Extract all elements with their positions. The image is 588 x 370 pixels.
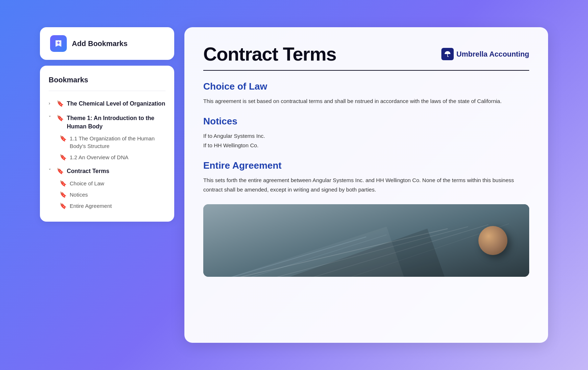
umbrella-icon (444, 50, 451, 58)
sub-item-1-2[interactable]: 🔖 1.2 An Overview of DNA (60, 152, 166, 163)
sub-item-1-1[interactable]: 🔖 1.1 The Organization of the Human Body… (60, 133, 166, 152)
bookmark-sym-chemical: 🔖 (57, 100, 64, 107)
sub-item-entire[interactable]: 🔖 Entire Agreement (60, 200, 166, 211)
section-notices-text: If to Angular Systems Inc. If to HH Well… (203, 131, 529, 150)
doc-header: Contract Terms Umbrella Accounting (203, 43, 529, 65)
doc-divider (203, 70, 529, 71)
section-notices-heading: Notices (203, 116, 529, 127)
company-name: Umbrella Accounting (457, 50, 529, 58)
section-choice-of-law-text: This agreement is set based on contractu… (203, 96, 529, 106)
bookmark-sym-col: 🔖 (60, 180, 67, 187)
bookmark-sym-theme1: 🔖 (57, 115, 64, 122)
bookmarks-title: Bookmarks (49, 76, 166, 84)
doc-image (203, 204, 529, 277)
tree-item-theme1-label: Theme 1: An Introduction to the Human Bo… (67, 114, 166, 131)
section-entire-agreement-heading: Entire Agreement (203, 160, 529, 171)
sub-item-1-1-label: 1.1 The Organization of the Human Body's… (70, 135, 166, 150)
section-entire-agreement: Entire Agreement This sets forth the ent… (203, 160, 529, 194)
tree-item-contract[interactable]: ˅ 🔖 Contract Terms (49, 165, 166, 177)
bookmark-sym-entire: 🔖 (60, 202, 67, 209)
bookmark-sym-notices: 🔖 (60, 191, 67, 198)
bookmarks-panel: Bookmarks › 🔖 The Chemical Level of Orga… (40, 66, 174, 222)
section-entire-agreement-text: This sets forth the entire agreement bet… (203, 176, 529, 194)
chevron-theme1: ˅ (49, 115, 54, 120)
sphere-image (478, 226, 507, 255)
section-notices: Notices If to Angular Systems Inc. If to… (203, 116, 529, 150)
sub-item-notices-label: Notices (70, 191, 88, 198)
bookmarks-divider (49, 91, 166, 91)
theme1-sub-items: 🔖 1.1 The Organization of the Human Body… (49, 133, 166, 163)
company-logo: Umbrella Accounting (441, 48, 529, 60)
contract-sub-items: 🔖 Choice of Law 🔖 Notices 🔖 Entire Agree… (49, 178, 166, 211)
chevron-contract: ˅ (49, 168, 54, 173)
doc-title: Contract Terms (203, 43, 336, 65)
tree-item-chemical-label: The Chemical Level of Organization (67, 100, 165, 108)
chevron-chemical: › (49, 100, 54, 106)
bookmark-icon (54, 39, 63, 48)
bookmark-icon-wrap (50, 35, 67, 52)
sub-item-notices[interactable]: 🔖 Notices (60, 189, 166, 200)
add-bookmarks-button[interactable]: Add Bookmarks (40, 27, 174, 60)
left-panel: Add Bookmarks Bookmarks › 🔖 The Chemical… (40, 27, 174, 222)
main-container: Add Bookmarks Bookmarks › 🔖 The Chemical… (40, 27, 548, 343)
sub-item-col-label: Choice of Law (70, 180, 104, 187)
bookmark-sym-1-1: 🔖 (60, 135, 67, 142)
tree-item-chemical[interactable]: › 🔖 The Chemical Level of Organization (49, 98, 166, 110)
right-panel: Contract Terms Umbrella Accounting Choic… (184, 27, 548, 343)
tree-item-theme1[interactable]: ˅ 🔖 Theme 1: An Introduction to the Huma… (49, 112, 166, 133)
tree-item-contract-label: Contract Terms (67, 167, 109, 175)
bookmark-sym-contract: 🔖 (57, 168, 64, 174)
bookmark-sym-1-2: 🔖 (60, 154, 67, 161)
company-logo-icon (441, 48, 454, 60)
add-bookmarks-label: Add Bookmarks (72, 40, 127, 48)
sub-item-col[interactable]: 🔖 Choice of Law (60, 178, 166, 189)
sub-item-entire-label: Entire Agreement (70, 202, 112, 210)
section-choice-of-law: Choice of Law This agreement is set base… (203, 81, 529, 106)
sub-item-1-2-label: 1.2 An Overview of DNA (70, 153, 128, 161)
section-choice-of-law-heading: Choice of Law (203, 81, 529, 92)
